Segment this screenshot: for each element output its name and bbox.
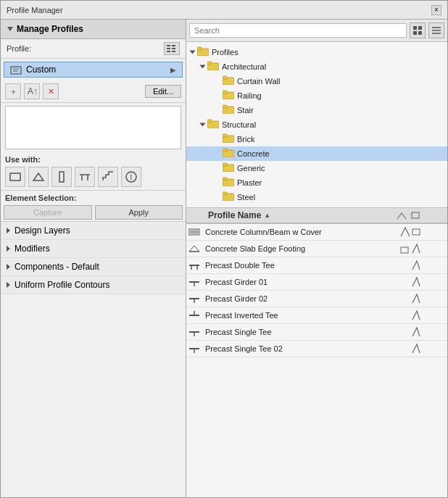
design-layers-label: Design Layers [14, 225, 70, 236]
components-label: Components - Default [14, 262, 99, 272]
apply-button[interactable]: Apply [95, 205, 183, 220]
right-panel: Profiles Architectural Curtain W [186, 20, 447, 497]
row-icons [385, 310, 436, 321]
folder-icon [223, 133, 234, 145]
steel-label: Steel [237, 193, 255, 202]
table-row[interactable]: Precast Single Tee [186, 324, 447, 341]
folder-icon [223, 162, 234, 174]
toolbar-row: ＋ A↑ ✕ Edit... [1, 80, 186, 103]
table-row[interactable]: Concrete Slab Edge Footing [186, 241, 447, 257]
structural-label: Structural [222, 120, 256, 129]
profile-selected[interactable]: Custom ▶ [4, 62, 183, 78]
beam-shape-icon [28, 167, 49, 187]
tree-expand-icon [200, 65, 206, 69]
table-row[interactable]: Precast Single Tee 02 [186, 341, 447, 357]
modifiers-row[interactable]: Modifiers [1, 240, 186, 258]
profile-settings-button[interactable] [164, 42, 180, 55]
use-with-icons: i [1, 165, 186, 191]
tree-stair[interactable]: Stair [186, 103, 447, 117]
profile-table: Profile Name ▲ [186, 208, 447, 497]
folder-icon [223, 148, 234, 159]
left-panel: Manage Profiles Profile: Custom ▶ ＋ [1, 20, 186, 497]
tree-railing[interactable]: Railing [186, 88, 447, 103]
row-icons [385, 226, 436, 238]
svg-rect-19 [418, 26, 422, 30]
folder-icon [207, 61, 219, 72]
capture-button[interactable]: Capture [4, 205, 92, 220]
list-view-button[interactable] [428, 22, 444, 38]
expand-icon [7, 246, 10, 252]
close-button[interactable]: × [431, 5, 441, 15]
window-title: Profile Manager [7, 6, 63, 14]
row-icon [186, 293, 202, 304]
svg-rect-5 [172, 51, 175, 52]
tree-plaster[interactable]: Plaster [186, 175, 447, 190]
uniform-profile-row[interactable]: Uniform Profile Contours [1, 276, 186, 294]
svg-rect-0 [167, 45, 170, 46]
root-folder-icon [197, 46, 209, 58]
row-icons [385, 243, 436, 254]
search-bar [186, 20, 447, 42]
title-bar: Profile Manager × [1, 1, 447, 20]
tree-generic[interactable]: Generic [186, 161, 447, 175]
row-icon [186, 326, 202, 338]
row-name: Precast Girder 02 [202, 294, 385, 303]
svg-rect-4 [172, 48, 175, 49]
delete-button[interactable]: ✕ [43, 83, 59, 99]
tree-architectural[interactable]: Architectural [186, 59, 447, 74]
profile-name-header[interactable]: Profile Name ▲ [202, 210, 385, 220]
svg-rect-44 [223, 178, 227, 180]
profile-label: Profile: [7, 44, 31, 53]
tree-curtain-wall[interactable]: Curtain Wall [186, 74, 447, 88]
wall-icon [5, 167, 25, 187]
tree-steel[interactable]: Steel [186, 190, 447, 204]
svg-rect-30 [223, 76, 227, 79]
table-row[interactable]: Precast Inverted Tee [186, 307, 447, 324]
components-row[interactable]: Components - Default [1, 258, 186, 276]
tree-root-label: Profiles [212, 48, 238, 57]
folder-icon [207, 119, 219, 130]
manage-profiles-header[interactable]: Manage Profiles [1, 20, 186, 39]
concrete-label: Concrete [237, 149, 270, 158]
svg-rect-53 [401, 247, 408, 253]
capture-apply-row: Capture Apply [1, 204, 186, 222]
table-row[interactable]: Precast Double Tee [186, 257, 447, 274]
sort-button[interactable]: A↑ [24, 83, 40, 99]
tree-brick[interactable]: Brick [186, 132, 447, 146]
tree-root[interactable]: Profiles [186, 45, 447, 59]
folder-icon [223, 191, 234, 203]
search-input[interactable] [189, 23, 407, 38]
tree-structural[interactable]: Structural [186, 117, 447, 132]
row-icon [186, 343, 202, 354]
architectural-label: Architectural [222, 62, 266, 71]
svg-rect-12 [59, 172, 64, 182]
column-icon [51, 167, 72, 187]
row-icons [385, 260, 436, 271]
tree-concrete[interactable]: Concrete [186, 146, 447, 161]
table-header: Profile Name ▲ [186, 208, 447, 224]
row-icon [186, 310, 202, 321]
svg-rect-28 [207, 62, 212, 65]
tree-area: Profiles Architectural Curtain W [186, 42, 447, 208]
svg-rect-10 [10, 173, 20, 180]
svg-rect-34 [223, 105, 227, 108]
add-button[interactable]: ＋ [5, 83, 21, 99]
table-row[interactable]: Concrete Column/Beam w Cover [186, 224, 447, 241]
table-row[interactable]: Precast Girder 02 [186, 291, 447, 307]
svg-text:i: i [130, 172, 133, 182]
svg-rect-21 [418, 31, 422, 35]
row-name: Concrete Slab Edge Footing [202, 244, 385, 253]
table-row[interactable]: Precast Girder 01 [186, 274, 447, 291]
svg-rect-50 [412, 229, 420, 235]
info-icon: i [121, 167, 141, 187]
grid-view-button[interactable] [410, 22, 426, 38]
table-icons-header [385, 210, 436, 220]
folder-icon [223, 90, 234, 101]
handrail-icon [75, 167, 95, 187]
svg-rect-40 [223, 149, 227, 152]
design-layers-row[interactable]: Design Layers [1, 222, 186, 240]
row-name: Precast Girder 01 [202, 278, 385, 286]
generic-label: Generic [237, 164, 265, 173]
modifiers-label: Modifiers [14, 244, 50, 254]
edit-button[interactable]: Edit... [145, 85, 181, 98]
